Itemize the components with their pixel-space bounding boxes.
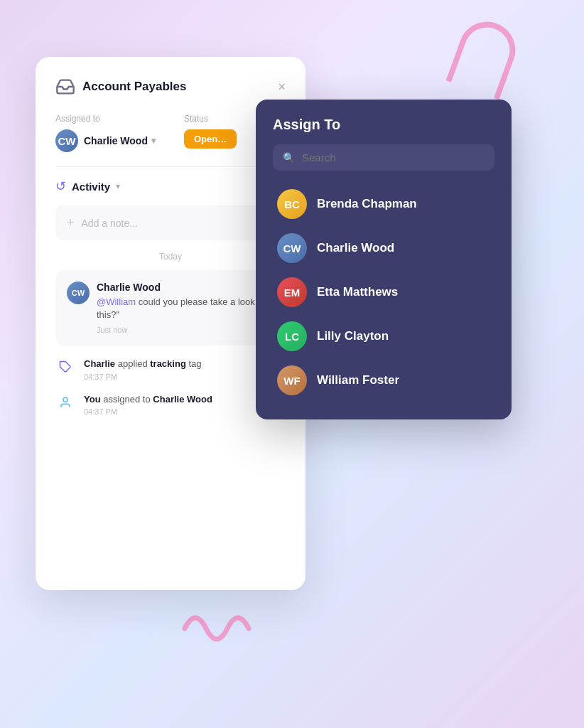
comment-author-avatar: CW (67, 282, 90, 304)
search-input[interactable] (302, 151, 485, 164)
person-item-william[interactable]: WF William Foster (273, 358, 494, 402)
activity-highlight-2: Charlie Wood (153, 394, 212, 405)
activity-user-2: You (84, 394, 101, 405)
activity-item-1-text: Charlie applied tracking tag (84, 357, 202, 371)
divider-1 (55, 166, 286, 167)
search-icon: 🔍 (283, 152, 295, 164)
status-badge[interactable]: Open… (184, 129, 237, 149)
william-name: William Foster (317, 373, 399, 387)
etta-avatar: EM (277, 277, 307, 307)
william-avatar: WF (277, 365, 307, 395)
activity-chevron-icon: ▾ (116, 181, 120, 191)
close-button[interactable]: × (278, 80, 286, 95)
assigned-user-name[interactable]: Charlie Wood ▾ (84, 135, 156, 146)
activity-icon: ↺ (55, 178, 66, 194)
assigned-label: Assigned to (55, 114, 156, 124)
etta-name: Etta Matthews (317, 285, 398, 299)
comment-card: CW Charlie Wood @William could you pleas… (55, 270, 286, 346)
assigned-to-block: Assigned to CW Charlie Wood ▾ (55, 114, 156, 152)
card-header: Account Payables × (55, 77, 286, 97)
activity-item-2-content: You assigned to Charlie Wood 04:37 PM (84, 392, 212, 417)
status-block: Status Open… (184, 114, 237, 152)
card-title-row: Account Payables (55, 77, 186, 97)
activity-title: Activity (72, 181, 110, 193)
lilly-avatar: LC (277, 321, 307, 351)
charlie2-avatar: CW (277, 233, 307, 263)
decorative-squiggle (178, 600, 263, 657)
person-item-lilly[interactable]: LC Lilly Clayton (273, 314, 494, 358)
plus-icon: + (67, 215, 75, 230)
activity-item-2: You assigned to Charlie Wood 04:37 PM (55, 392, 286, 417)
card-title: Account Payables (82, 80, 186, 94)
person-item-charlie[interactable]: CW Charlie Wood (273, 226, 494, 270)
mention-tag: @William (97, 296, 136, 307)
charlie-avatar: CW (55, 129, 78, 152)
assign-dropdown-title: Assign To (273, 117, 494, 133)
activity-highlight-1: tracking (150, 358, 186, 369)
assigned-section: Assigned to CW Charlie Wood ▾ Status Ope… (55, 114, 286, 152)
chevron-down-icon: ▾ (151, 136, 156, 146)
tag-icon (55, 357, 75, 377)
decorative-hook (445, 14, 523, 100)
comment-content: Charlie Wood @William could you please t… (97, 282, 274, 334)
svg-point-1 (63, 397, 67, 402)
activity-header: ↺ Activity ▾ (55, 178, 286, 194)
assigned-user[interactable]: CW Charlie Wood ▾ (55, 129, 156, 152)
person-item-brenda[interactable]: BC Brenda Chapman (273, 182, 494, 226)
inbox-icon (55, 77, 75, 97)
charlie-name: Charlie Wood (317, 241, 394, 255)
add-note-field[interactable]: + Add a note... (55, 205, 286, 240)
activity-item-1: Charlie applied tracking tag 04:37 PM (55, 357, 286, 381)
today-label: Today (55, 252, 286, 262)
lilly-name: Lilly Clayton (317, 329, 389, 343)
assign-dropdown: Assign To 🔍 BC Brenda Chapman CW Charlie… (256, 100, 512, 419)
comment-time: Just now (97, 326, 274, 334)
activity-user-1: Charlie (84, 358, 115, 369)
brenda-avatar: BC (277, 189, 307, 219)
person-icon (55, 392, 75, 412)
comment-text: @William could you please take a look at… (97, 296, 274, 321)
add-note-placeholder: Add a note... (82, 218, 138, 229)
status-label: Status (184, 114, 237, 124)
activity-item-2-text: You assigned to Charlie Wood (84, 392, 212, 407)
brenda-name: Brenda Chapman (317, 197, 417, 211)
activity-item-1-content: Charlie applied tracking tag 04:37 PM (84, 357, 202, 381)
search-box[interactable]: 🔍 (273, 144, 494, 171)
activity-item-1-time: 04:37 PM (84, 373, 202, 381)
comment-author: Charlie Wood (97, 282, 274, 293)
person-item-etta[interactable]: EM Etta Matthews (273, 270, 494, 314)
activity-item-2-time: 04:37 PM (84, 407, 212, 416)
